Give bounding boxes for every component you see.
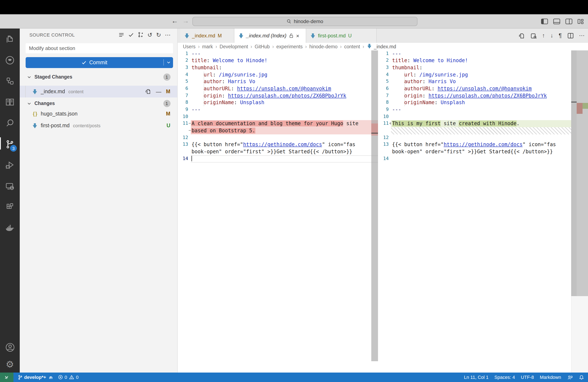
- code-link[interactable]: https://unsplash.com/photos/ZX6BPboJrYk: [428, 93, 547, 99]
- problems-status[interactable]: 0 0: [58, 375, 79, 380]
- code-link[interactable]: https://unsplash.com/@hoanvokim: [438, 86, 532, 92]
- indentation[interactable]: Spaces: 4: [494, 375, 515, 380]
- code-link[interactable]: https://unsplash.com/photos/ZX6BPboJrYk: [228, 93, 346, 99]
- code-text: ---: [191, 106, 201, 113]
- changed-file-row[interactable]: first-post.md content/posts U: [20, 120, 177, 131]
- code-row: 12: [177, 134, 371, 141]
- encoding[interactable]: UTF-8: [521, 375, 534, 380]
- toggle-secondary-sidebar-icon[interactable]: [565, 19, 572, 24]
- diff-marker: [188, 92, 191, 99]
- breadcrumb-item[interactable]: Users: [183, 44, 195, 49]
- code-token: " icon="fas: [322, 142, 355, 148]
- code-row: 7 origin: https://unsplash.com/photos/ZX…: [177, 92, 371, 99]
- hunk-divider: [371, 132, 378, 133]
- breadcrumb-item[interactable]: GitHub: [255, 44, 270, 49]
- code-row: 1---: [177, 50, 371, 57]
- code-link[interactable]: https://gethinode.com/docs: [243, 142, 322, 148]
- diff-marker: [389, 99, 392, 106]
- remote-indicator[interactable]: [0, 372, 13, 382]
- code-token: {{< button href=": [191, 142, 243, 148]
- feedback-icon[interactable]: [567, 374, 573, 380]
- diff-marker: [188, 155, 191, 162]
- sidebar-item-extensions[interactable]: [0, 197, 20, 218]
- commit-dropdown-button[interactable]: [164, 60, 173, 65]
- changed-file-row[interactable]: { } hugo_stats.json M: [20, 108, 177, 120]
- changes-header[interactable]: Changes 1: [20, 99, 177, 108]
- code-token: {{< button href=": [392, 142, 444, 148]
- code-row: 8 originName: Unsplash: [378, 99, 571, 106]
- commit-button[interactable]: Commit: [26, 57, 173, 68]
- code-link[interactable]: https://gethinode.com/docs: [444, 142, 523, 148]
- command-center-search[interactable]: hinode-demo: [192, 17, 418, 26]
- sidebar-item-remote-explorer[interactable]: [0, 176, 20, 197]
- tab-index-md-working[interactable]: _index.md M: [180, 29, 234, 43]
- customize-layout-icon[interactable]: [578, 19, 584, 24]
- pilcrow-whitespace-icon[interactable]: ¶: [559, 33, 562, 39]
- breadcrumb-file[interactable]: _index.md: [374, 44, 396, 49]
- chevron-down-icon: [27, 101, 32, 106]
- activity-bar: 3 ⚙: [0, 29, 20, 372]
- modified-pane-scrollbar[interactable]: [571, 50, 576, 296]
- diff-marker: [389, 85, 392, 92]
- code-token: This is my first: [392, 121, 441, 127]
- staged-changes-header[interactable]: Staged Changes 1: [20, 72, 177, 82]
- unstage-changes-icon[interactable]: —: [156, 89, 161, 94]
- code-text: ---: [392, 106, 401, 113]
- commit-message-input[interactable]: [26, 43, 173, 53]
- code-link[interactable]: https://unsplash.com/@hoanvokim: [237, 86, 331, 92]
- toggle-sidebar-icon[interactable]: [541, 19, 548, 24]
- search-icon: [5, 118, 15, 128]
- tab-first-post-md[interactable]: first-post.md U: [306, 29, 377, 43]
- settings-gear-icon[interactable]: ⚙: [6, 360, 14, 369]
- toggle-panel-icon[interactable]: [553, 19, 560, 24]
- cursor-position[interactable]: Ln 11, Col 1: [464, 375, 488, 380]
- go-forward-icon[interactable]: →: [181, 18, 191, 25]
- sidebar-item-run-debug[interactable]: [0, 155, 20, 176]
- original-pane-scrollbar[interactable]: [371, 50, 378, 361]
- create-branch-icon[interactable]: [138, 32, 144, 38]
- sidebar-item-references[interactable]: [0, 71, 20, 92]
- breadcrumb-item[interactable]: experiments: [276, 44, 303, 49]
- refresh-icon[interactable]: ↻: [156, 32, 161, 38]
- notifications-bell-icon[interactable]: [579, 374, 584, 380]
- search-label: hinode-demo: [294, 19, 323, 24]
- staged-file-row[interactable]: _index.md content — M: [20, 86, 177, 97]
- open-file-icon[interactable]: [519, 33, 525, 39]
- breadcrumb-item[interactable]: hinode-demo: [309, 44, 337, 49]
- next-change-icon[interactable]: ↓: [550, 33, 553, 39]
- code-token: authorURL: [404, 86, 432, 92]
- diff-modified-pane[interactable]: 1---2title: Welcome to Hinode!3thumbnail…: [378, 50, 571, 162]
- more-actions-icon[interactable]: ⋯: [165, 32, 171, 38]
- language-mode[interactable]: Markdown: [540, 375, 561, 380]
- sidebar-item-github[interactable]: [0, 50, 20, 71]
- close-icon[interactable]: ×: [296, 33, 299, 39]
- breadcrumb-item[interactable]: mark: [202, 44, 213, 49]
- breadcrumb-item[interactable]: Development: [220, 44, 248, 49]
- more-actions-icon[interactable]: ⋯: [579, 33, 585, 39]
- branch-status[interactable]: develop*+: [18, 374, 54, 380]
- line-number: 6: [378, 85, 389, 92]
- code-token: [392, 79, 404, 85]
- view-as-list-icon[interactable]: [118, 32, 124, 38]
- sidebar-item-docs[interactable]: [0, 92, 20, 113]
- previous-change-icon[interactable]: ↑: [542, 33, 545, 39]
- preview-icon[interactable]: [530, 33, 537, 39]
- book-icon: [5, 97, 15, 107]
- accounts-icon[interactable]: [5, 342, 15, 354]
- tab-index-md-index-active[interactable]: _index.md (Index) ×: [234, 29, 306, 43]
- split-editor-icon[interactable]: [567, 33, 573, 39]
- sidebar-title: SOURCE CONTROL: [29, 32, 75, 37]
- sidebar-item-explorer[interactable]: [0, 29, 20, 50]
- history-icon[interactable]: ↺: [147, 32, 152, 38]
- diff-original-pane[interactable]: 1---2title: Welcome to Hinode!3thumbnail…: [177, 50, 371, 162]
- open-file-icon[interactable]: [145, 89, 151, 94]
- commit-check-icon[interactable]: [128, 32, 134, 38]
- code-row: 10: [378, 113, 571, 120]
- go-back-icon[interactable]: ←: [170, 18, 180, 25]
- sidebar-item-source-control[interactable]: 3: [0, 134, 20, 155]
- diff-marker: [188, 141, 191, 148]
- code-row: 2title: Welcome to Hinode!: [177, 57, 371, 64]
- sidebar-item-search[interactable]: [0, 113, 20, 134]
- breadcrumb-item[interactable]: content: [344, 44, 360, 49]
- sidebar-item-docker[interactable]: [0, 218, 20, 239]
